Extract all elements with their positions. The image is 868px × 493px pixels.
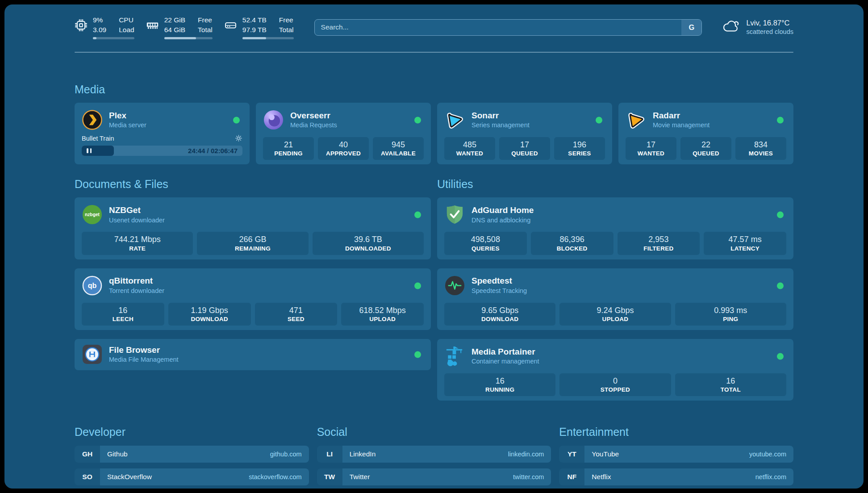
status-dot (414, 351, 421, 358)
bookmark-abbr: TW (317, 468, 342, 485)
stat-upload: 9.24 Gbps UPLOAD (559, 303, 671, 326)
stat-series: 196 SERIES (554, 137, 605, 160)
app-description: Movie management (653, 121, 709, 130)
stat-running: 16 RUNNING (444, 373, 555, 396)
portainer-icon (444, 346, 465, 367)
stat-rate: 744.21 Mbps RATE (82, 232, 193, 255)
app-description: Container management (472, 357, 539, 366)
svg-text:nzbget: nzbget (85, 212, 100, 217)
stat-download: 9.65 Gbps DOWNLOAD (444, 303, 555, 326)
system-stats: 9% 3.09 CPU Load 22 GiB 64 GiB (75, 15, 294, 39)
qbittorrent-icon: qb (82, 275, 103, 296)
app-card-sonarr[interactable]: Sonarr Series management 485 WANTED 17 Q… (437, 103, 612, 164)
search-box: G (314, 19, 702, 36)
overseerr-icon (263, 109, 284, 130)
app-card-adguard[interactable]: AdGuard Home DNS and adblocking 498,508 … (437, 197, 793, 259)
section-title-media: Media (75, 83, 793, 96)
bookmark-linkedin[interactable]: LI LinkedIn linkedin.com (317, 446, 551, 463)
app-description: Media Requests (290, 121, 337, 130)
app-card-radarr[interactable]: Radarr Movie management 17 WANTED 22 QUE… (618, 103, 793, 164)
app-card-plex[interactable]: Plex Media server Bullet Train 24:44 / 0… (75, 103, 250, 164)
dashboard: 9% 3.09 CPU Load 22 GiB 64 GiB (4, 4, 864, 489)
links-group-entertainment: Entertainment YT YouTube youtube.com NF … (559, 426, 793, 489)
section-title-documents: Documents & Files (75, 178, 431, 191)
stat-queries: 498,508 QUERIES (444, 232, 527, 255)
bookmark-name: Twitter (350, 473, 370, 481)
bookmark-url: linkedin.com (508, 451, 544, 458)
bookmark-twitter[interactable]: TW Twitter twitter.com (317, 468, 551, 485)
section-title-developer: Developer (75, 426, 309, 439)
bookmark-url: stackoverflow.com (249, 473, 301, 480)
bookmark-netflix[interactable]: NF Netflix netflix.com (559, 468, 793, 485)
bookmark-stackoverflow[interactable]: SO StackOverflow stackoverflow.com (75, 468, 309, 485)
adguard-icon (444, 204, 465, 225)
memory-free-label: Free (198, 15, 213, 25)
disk-free-label: Free (279, 15, 294, 25)
app-card-portainer[interactable]: Media Portainer Container management 16 … (437, 339, 793, 401)
app-card-qbittorrent[interactable]: qb qBittorrent Torrent downloader 16 LEE… (75, 268, 431, 330)
app-card-nzbget[interactable]: nzbget NZBGet Usenet downloader 744.21 M… (75, 197, 431, 259)
app-description: Torrent downloader (109, 287, 164, 295)
app-description: Media server (109, 121, 146, 130)
documents-column: Documents & Files nzbget NZBGet Usenet d… (75, 178, 431, 401)
stat-approved: 40 APPROVED (318, 137, 369, 160)
app-name: File Browser (109, 345, 179, 356)
filebrowser-icon (82, 344, 103, 365)
cpu-usage-value: 9% (93, 15, 106, 25)
weather-widget: Lviv, 16.87°C scattered clouds (722, 18, 793, 37)
stat-available: 945 AVAILABLE (373, 137, 424, 160)
cloud-icon (722, 18, 740, 37)
status-dot (414, 282, 421, 289)
stat-leech: 16 LEECH (82, 303, 164, 326)
status-dot (777, 117, 784, 124)
cpu-load-label: Load (119, 25, 134, 35)
cpu-stat: 9% 3.09 CPU Load (75, 15, 134, 39)
memory-total-value: 64 GiB (164, 25, 185, 35)
disk-stat: 52.4 TB 97.9 TB Free Total (224, 15, 294, 39)
media-grid: Plex Media server Bullet Train 24:44 / 0… (75, 103, 793, 164)
topbar-divider (75, 52, 793, 53)
session-gear-icon[interactable] (235, 134, 242, 142)
playback-time: 24:44 / 02:06:47 (188, 146, 238, 156)
bookmark-youtube[interactable]: YT YouTube youtube.com (559, 446, 793, 463)
playback-progress-bar[interactable]: 24:44 / 02:06:47 (82, 146, 242, 156)
stat-queued: 17 QUEUED (499, 137, 550, 160)
app-card-speedtest[interactable]: Speedtest Speedtest Tracking 9.65 Gbps D… (437, 268, 793, 330)
stat-blocked: 86,396 BLOCKED (531, 232, 613, 255)
stat-download: 1.19 Gbps DOWNLOAD (168, 303, 251, 326)
stat-seed: 471 SEED (255, 303, 338, 326)
app-description: Speedtest Tracking (472, 287, 527, 295)
app-name: Sonarr (472, 110, 530, 121)
search-engine-button[interactable]: G (681, 20, 701, 35)
links-group-developer: Developer GH Github github.com SO StackO… (75, 426, 309, 489)
topbar: 9% 3.09 CPU Load 22 GiB 64 GiB (75, 14, 793, 40)
weather-location-temp: Lviv, 16.87°C (746, 18, 793, 28)
app-name: NZBGet (109, 205, 165, 216)
status-dot (414, 212, 421, 218)
stat-upload: 618.52 Mbps UPLOAD (341, 303, 424, 326)
search-input[interactable] (315, 23, 682, 31)
stat-queued: 22 QUEUED (680, 137, 731, 160)
bookmark-name: StackOverflow (107, 473, 152, 481)
app-name: Overseerr (290, 110, 337, 121)
bookmark-abbr: LI (317, 446, 342, 463)
stat-movies: 834 MOVIES (735, 137, 786, 160)
stat-filtered: 2,953 FILTERED (618, 232, 700, 255)
bookmark-github[interactable]: GH Github github.com (75, 446, 309, 463)
speedtest-icon (444, 275, 465, 296)
app-card-overseerr[interactable]: Overseerr Media Requests 21 PENDING 40 A… (256, 103, 431, 164)
cpu-usage-label: CPU (119, 15, 134, 25)
app-name: qBittorrent (109, 276, 164, 287)
utilities-column: Utilities AdGuard Home DNS and adblockin… (437, 178, 793, 401)
pause-icon[interactable] (87, 148, 88, 153)
app-description: Series management (472, 121, 530, 130)
app-card-filebrowser[interactable]: File Browser Media File Management (75, 339, 431, 370)
bookmark-abbr: NF (559, 468, 584, 485)
app-name: Media Portainer (472, 347, 539, 358)
status-dot (777, 353, 784, 359)
section-title-utilities: Utilities (437, 178, 793, 191)
stat-pending: 21 PENDING (263, 137, 314, 160)
app-name: Plex (109, 110, 146, 121)
bookmark-abbr: SO (75, 468, 100, 485)
status-dot (596, 117, 602, 124)
